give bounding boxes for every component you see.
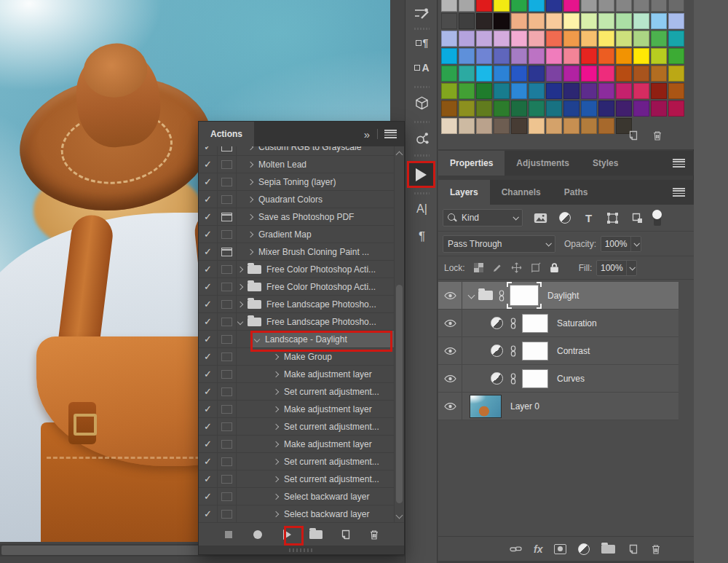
mask-link-icon[interactable] [510, 318, 516, 329]
action-label[interactable]: Free Color Photoshop Acti... [266, 282, 376, 292]
action-row[interactable]: ✓ Select backward layer [199, 488, 394, 505]
paragraph-panel-icon[interactable]: ¶ [405, 227, 438, 246]
color-swatch[interactable] [546, 83, 562, 99]
panel-menu-icon[interactable] [384, 130, 397, 138]
color-swatch[interactable] [459, 0, 475, 12]
disclosure-chevron-icon[interactable] [273, 388, 279, 394]
dialog-toggle[interactable] [218, 296, 237, 312]
disclosure-chevron-icon[interactable] [273, 423, 279, 429]
color-swatch[interactable] [563, 13, 579, 29]
mask-link-icon[interactable] [510, 373, 516, 385]
mask-link-icon[interactable] [499, 290, 505, 302]
color-swatch[interactable] [563, 0, 579, 12]
filter-type-layers-icon[interactable]: T [577, 212, 601, 224]
action-row[interactable]: ✓ Mixer Brush Cloning Paint ... [199, 243, 394, 261]
layer-name[interactable]: Daylight [547, 291, 579, 301]
layer-visibility-toggle[interactable] [438, 310, 462, 336]
color-swatch[interactable] [616, 66, 632, 82]
color-swatch[interactable] [651, 48, 667, 64]
color-swatch[interactable] [616, 0, 632, 12]
color-swatch[interactable] [668, 13, 684, 29]
dialog-toggle[interactable] [218, 488, 237, 505]
dialog-toggle[interactable] [218, 436, 237, 452]
delete-button[interactable] [368, 528, 381, 541]
layer-visibility-toggle[interactable] [438, 282, 462, 309]
color-swatch[interactable] [546, 13, 562, 29]
layer-name[interactable]: Curves [557, 374, 585, 384]
action-enabled-checkmark[interactable]: ✓ [199, 146, 218, 155]
dialog-toggle[interactable] [218, 453, 237, 470]
tab-adjustments[interactable]: Adjustments [505, 151, 581, 176]
disclosure-chevron-icon[interactable] [248, 196, 253, 202]
color-swatch[interactable] [494, 13, 510, 29]
lock-all-icon[interactable] [545, 262, 564, 273]
disclosure-chevron-icon[interactable] [237, 301, 243, 307]
color-swatch[interactable] [511, 66, 527, 82]
action-enabled-checkmark[interactable]: ✓ [199, 453, 218, 470]
group-expand-chevron[interactable] [468, 292, 475, 299]
color-swatch[interactable] [529, 83, 545, 99]
dialog-toggle[interactable] [218, 146, 237, 155]
action-label[interactable]: Gradient Map [258, 229, 312, 240]
color-swatch[interactable] [476, 101, 492, 117]
action-label[interactable]: Set current adjustment... [284, 387, 379, 397]
character-styles-icon[interactable]: A [405, 58, 438, 77]
action-label[interactable]: Make adjustment layer [284, 369, 372, 379]
new-set-button[interactable] [309, 528, 323, 541]
color-swatch[interactable] [529, 48, 545, 64]
color-swatch[interactable] [563, 48, 579, 64]
delete-swatch-button[interactable] [652, 130, 663, 141]
color-swatch[interactable] [511, 0, 527, 12]
color-swatch[interactable] [581, 101, 597, 117]
action-label[interactable]: Mixer Brush Cloning Paint ... [258, 247, 369, 257]
disclosure-chevron-icon[interactable] [273, 511, 279, 516]
color-swatch[interactable] [563, 83, 579, 99]
color-swatch[interactable] [668, 48, 684, 64]
dialog-toggle[interactable] [218, 226, 237, 243]
link-layers-button[interactable] [510, 545, 522, 554]
action-row[interactable]: ✓ Free Landscape Photosho... [199, 313, 394, 331]
color-swatch[interactable] [459, 48, 475, 64]
action-label[interactable]: Set current adjustment... [284, 457, 379, 467]
color-swatch[interactable] [476, 118, 492, 134]
disclosure-chevron-icon[interactable] [248, 213, 253, 219]
opacity-input[interactable]: 100% [601, 236, 641, 252]
color-swatch[interactable] [581, 31, 597, 47]
tab-paths[interactable]: Paths [553, 180, 600, 205]
dialog-toggle[interactable] [218, 505, 237, 522]
color-swatch[interactable] [651, 0, 667, 12]
color-swatch[interactable] [616, 101, 632, 117]
action-label[interactable]: Free Landscape Photosho... [266, 317, 376, 327]
color-swatch[interactable] [494, 101, 510, 117]
action-enabled-checkmark[interactable]: ✓ [199, 278, 218, 295]
horizontal-scrollbar-thumb[interactable] [1, 546, 218, 555]
color-swatch[interactable] [598, 0, 614, 12]
dialog-toggle[interactable] [218, 191, 237, 208]
color-swatch[interactable] [511, 48, 527, 64]
color-swatch[interactable] [494, 66, 510, 82]
action-enabled-checkmark[interactable]: ✓ [199, 313, 218, 330]
color-swatch[interactable] [668, 66, 684, 82]
add-layer-mask-button[interactable] [554, 544, 566, 554]
disclosure-chevron-icon[interactable] [237, 266, 243, 272]
color-swatch[interactable] [494, 83, 510, 99]
layer-row[interactable]: Saturation [438, 310, 678, 337]
play-button[interactable] [280, 528, 293, 541]
action-row[interactable]: ✓ Molten Lead [199, 156, 394, 173]
disclosure-chevron-icon[interactable] [248, 178, 253, 184]
action-enabled-checkmark[interactable]: ✓ [199, 296, 218, 312]
color-swatch[interactable] [546, 48, 562, 64]
action-enabled-checkmark[interactable]: ✓ [199, 505, 218, 522]
lock-transparency-icon[interactable] [470, 263, 488, 272]
record-button[interactable] [251, 528, 264, 541]
dock-drag-handle[interactable] [414, 28, 430, 30]
action-label[interactable]: Free Landscape Photosho... [266, 299, 376, 310]
dock-drag-handle[interactable] [414, 86, 430, 88]
action-row[interactable]: ✓ Landscape - Daylight [199, 331, 394, 348]
dialog-toggle[interactable] [218, 348, 237, 365]
fill-input[interactable]: 100% [596, 260, 637, 276]
paragraph-styles-icon[interactable]: ¶ [405, 34, 438, 52]
color-swatch[interactable] [441, 0, 457, 12]
dialog-toggle[interactable] [218, 208, 237, 225]
action-enabled-checkmark[interactable]: ✓ [199, 173, 218, 190]
